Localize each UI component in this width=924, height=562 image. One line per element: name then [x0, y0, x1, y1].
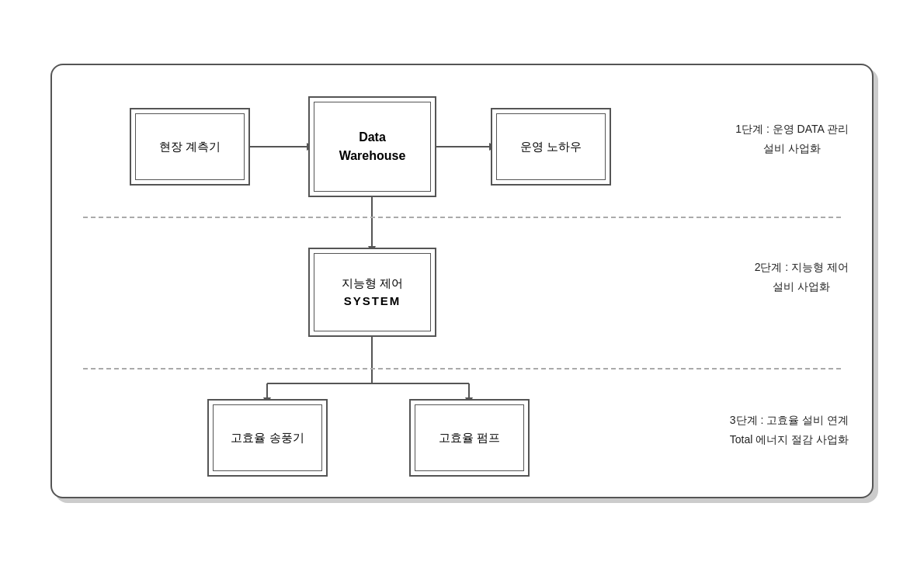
- dashed-divider-2: [83, 368, 841, 369]
- stage-1-line1: 1단계 : 운영 DATA 관리: [735, 120, 849, 139]
- dashed-divider-1: [83, 217, 841, 218]
- stage-3-label: 3단계 : 고효율 설비 연계 Total 에너지 절감 사업화: [730, 411, 849, 449]
- stage-3-line1: 3단계 : 고효율 설비 연계: [730, 411, 849, 430]
- stage-2-label: 2단계 : 지능형 제어 설비 사업화: [755, 258, 849, 297]
- data-warehouse-box-inner: [314, 102, 431, 192]
- main-diagram-container: 현장 계측기 DataWarehouse 운영 노하우 지능형 제어SYSTEM…: [50, 64, 874, 498]
- stage-3-line2: Total 에너지 절감 사업화: [730, 430, 849, 449]
- stage-1-line2: 설비 사업화: [735, 139, 849, 158]
- intelligent-system-box-inner: [314, 253, 431, 331]
- stage-1-label: 1단계 : 운영 DATA 관리 설비 사업화: [735, 120, 849, 158]
- field-meter-box-inner: [135, 113, 245, 180]
- blower-box: 고효율 송풍기: [207, 399, 328, 477]
- blower-box-inner: [213, 404, 322, 471]
- stage-2-line2: 설비 사업화: [755, 277, 849, 297]
- pump-box-inner: [415, 404, 524, 471]
- pump-box: 고효율 펌프: [409, 399, 530, 477]
- field-meter-box: 현장 계측기: [130, 108, 250, 186]
- intelligent-system-box: 지능형 제어SYSTEM: [308, 248, 436, 337]
- operations-box: 운영 노하우: [491, 108, 611, 186]
- data-warehouse-box: DataWarehouse: [308, 96, 436, 197]
- stage-2-line1: 2단계 : 지능형 제어: [755, 258, 849, 277]
- operations-box-inner: [496, 113, 606, 180]
